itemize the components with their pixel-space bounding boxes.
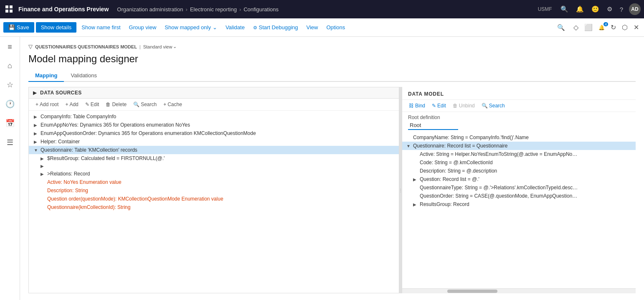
dm-tree-item[interactable]: Description: String = @.description (402, 167, 636, 175)
breadcrumb-path: QUESTIONNAIRES QUESTIONNAIRES MODEL (35, 44, 137, 49)
bind-icon: ⛓ (409, 103, 414, 109)
popout-icon[interactable]: ⬡ (620, 22, 629, 33)
root-def-value[interactable]: Root (408, 121, 458, 130)
sidebar-list-icon[interactable]: ☰ (4, 135, 16, 150)
app-title: Finance and Operations Preview (18, 6, 109, 13)
sidebar-clock-icon[interactable]: 🕐 (3, 97, 17, 111)
breadcrumb-er[interactable]: Electronic reporting (190, 6, 237, 13)
dm-item-text: CompanyName: String = CompanyInfo.'find(… (413, 135, 631, 140)
dm-tree-item[interactable]: QuestionnaireType: String = @.'>Relation… (402, 183, 636, 192)
bell-icon[interactable]: 🔔 (574, 4, 586, 15)
delete-button[interactable]: 🗑 Delete (103, 100, 129, 109)
group-view-button[interactable]: Group view (126, 22, 160, 33)
refresh-icon[interactable]: ↻ (609, 22, 618, 33)
dm-item-text: QuestionnaireType: String = @.'>Relation… (420, 185, 631, 191)
dm-item-text: Code: String = @.kmCollectionId (420, 160, 631, 165)
plus-icon: + (65, 102, 68, 107)
save-button[interactable]: 💾 Save (3, 22, 34, 33)
edit-button[interactable]: ✎ Edit (83, 100, 102, 109)
ds-tree-item[interactable]: ▶Helper: Container (29, 137, 399, 146)
ds-tree-item[interactable]: Active: NoYes Enumeration value (29, 178, 399, 186)
ds-tree-item[interactable]: ▶>Relations: Record (29, 170, 399, 178)
view-chevron-icon: ⌄ (173, 44, 177, 49)
expand-icon: ▶ (41, 172, 46, 176)
breadcrumb-config[interactable]: Configurations (243, 6, 279, 13)
close-icon[interactable]: ✕ (632, 22, 641, 33)
sep1: › (186, 6, 188, 13)
app-grid-icon[interactable] (3, 3, 15, 15)
mapping-area: ▶ DATA SOURCES + Add root + Add (28, 87, 636, 293)
dm-tree-item[interactable]: Code: String = @.kmCollectionId (402, 158, 636, 167)
ds-tree-item[interactable]: ▶ (29, 163, 399, 170)
toolbar-search-icon[interactable]: 🔍 (554, 22, 568, 33)
dm-search-button[interactable]: 🔍 Search (479, 102, 507, 110)
dm-tree-item[interactable]: ▶Question: Record list = @.' (402, 175, 636, 183)
ds-tree-item[interactable]: ▶EnumAppQuestionOrder: Dynamics 365 for … (29, 129, 399, 137)
unbind-button[interactable]: 🗑 Unbind (450, 102, 477, 110)
dm-tree-item[interactable]: CompanyName: String = CompanyInfo.'find(… (402, 133, 636, 142)
svg-rect-3 (10, 10, 13, 13)
dm-search-icon: 🔍 (482, 103, 488, 109)
ds-tree-item[interactable]: ▼Questionnaire: Table 'KMCollection' rec… (29, 146, 399, 154)
add-button[interactable]: + Add (63, 100, 81, 109)
options-button[interactable]: Options (323, 22, 348, 33)
ds-tree-item[interactable]: ▶EnumAppNoYes: Dynamics 365 for Operatio… (29, 121, 399, 129)
dm-item-text: Description: String = @.description (420, 168, 631, 174)
show-details-button[interactable]: Show details (36, 22, 77, 33)
diamond-icon[interactable]: ◇ (572, 22, 580, 33)
ds-tree-item[interactable]: Questionnaire(kmCollectionId): String (29, 203, 399, 211)
dm-scrollbar[interactable] (402, 288, 636, 293)
help-icon[interactable]: ? (618, 4, 625, 15)
search-nav-icon[interactable]: 🔍 (559, 4, 570, 15)
ds-tree-item[interactable]: ▶$ResultGroup: Calculated field = FIRSTO… (29, 154, 399, 163)
data-sources-container: ▶ DATA SOURCES + Add root + Add (28, 87, 399, 293)
tab-validations[interactable]: Validations (64, 70, 104, 82)
dm-edit-button[interactable]: ✎ Edit (429, 102, 449, 110)
save-icon: 💾 (8, 24, 15, 31)
bind-button[interactable]: ⛓ Bind (406, 102, 428, 110)
scrollbar-thumb[interactable] (447, 290, 497, 293)
toolbar: 💾 Save Show details Show name first Grou… (0, 18, 644, 37)
ds-panel-title: DATA SOURCES (40, 90, 82, 96)
ds-tree-item[interactable]: Description: String (29, 186, 399, 195)
cache-button[interactable]: + Cache (161, 100, 185, 109)
dm-tree-item[interactable]: Active: String = Helper.NoYesEnumToStrin… (402, 150, 636, 158)
svg-rect-2 (5, 10, 8, 13)
ds-toolbar: + Add root + Add ✎ Edit 🗑 (29, 99, 399, 111)
dm-tree-item[interactable]: QuestionOrder: String = CASE(@.questionM… (402, 192, 636, 200)
show-name-first-button[interactable]: Show name first (78, 22, 124, 33)
ds-expand-icon[interactable]: ▶ (33, 90, 37, 96)
ds-tree-item[interactable]: Question order(questionMode): KMCollecti… (29, 195, 399, 203)
tree-item-text: Active: NoYes Enumeration value (47, 179, 396, 185)
sidebar-star-icon[interactable]: ☆ (4, 78, 16, 92)
show-mapped-only-dropdown[interactable]: Show mapped only ⌄ (161, 22, 221, 33)
sidebar-calendar-icon[interactable]: 📅 (3, 116, 17, 130)
breadcrumb-sep: | (139, 44, 141, 49)
ds-search-button[interactable]: 🔍 Search (131, 100, 159, 109)
add-root-button[interactable]: + Add root (33, 100, 61, 109)
validate-button[interactable]: Validate (222, 22, 248, 33)
smiley-icon[interactable]: 🙂 (590, 4, 601, 15)
breadcrumb-org-admin[interactable]: Organization administration (117, 6, 183, 13)
filter-icon[interactable]: ▽ (28, 43, 33, 50)
badge-icon[interactable]: 🔔4 (597, 23, 606, 32)
chevron-down-icon: ⌄ (213, 24, 217, 31)
dm-panel-title: DATA MODEL (402, 87, 636, 100)
tree-item-text: EnumAppQuestionOrder: Dynamics 365 for O… (41, 130, 396, 136)
content-area: ≡ ⌂ ☆ 🕐 📅 ☰ ▽ QUESTIONNAIRES QUESTIONNAI… (0, 37, 644, 300)
view-dropdown[interactable]: Standard view ⌄ (143, 44, 177, 49)
sidebar-home-icon[interactable]: ⌂ (5, 59, 15, 73)
view-button[interactable]: View (303, 22, 321, 33)
dm-item-text: QuestionOrder: String = CASE(@.questionM… (420, 193, 631, 199)
expand-icon: ▼ (406, 144, 411, 148)
expand-icon[interactable]: ⬜ (583, 22, 594, 33)
sidebar-menu-icon[interactable]: ≡ (5, 40, 15, 54)
settings-icon[interactable]: ⚙ (605, 4, 614, 15)
dm-tree-item[interactable]: ▼Questionnaire: Record list = Questionna… (402, 142, 636, 150)
ds-tree-item[interactable]: ▶CompanyInfo: Table CompanyInfo (29, 112, 399, 121)
tab-mapping[interactable]: Mapping (28, 70, 64, 82)
dm-tree-item[interactable]: ▶ResultsGroup: Record (402, 200, 636, 208)
cache-icon: + (163, 102, 166, 107)
user-avatar[interactable]: AD (629, 3, 641, 15)
start-debugging-button[interactable]: ⚙ Start Debugging (250, 22, 302, 33)
